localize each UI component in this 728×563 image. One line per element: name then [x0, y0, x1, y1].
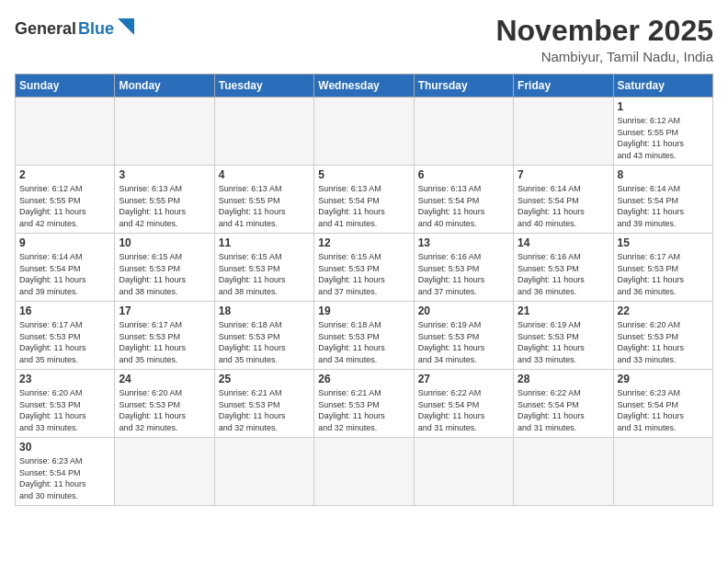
date-number: 26	[318, 373, 409, 385]
calendar-cell: 25Sunrise: 6:21 AM Sunset: 5:53 PM Dayli…	[214, 370, 313, 438]
calendar-cell	[115, 98, 214, 166]
date-number: 30	[19, 441, 110, 454]
cell-daylight-info: Sunrise: 6:23 AM Sunset: 5:54 PM Dayligh…	[19, 455, 110, 501]
logo-area: General Blue	[15, 15, 134, 39]
weekday-header-sunday: Sunday	[16, 75, 115, 98]
calendar-cell: 11Sunrise: 6:15 AM Sunset: 5:53 PM Dayli…	[214, 234, 313, 302]
cell-daylight-info: Sunrise: 6:19 AM Sunset: 5:53 PM Dayligh…	[518, 319, 609, 365]
calendar-cell	[613, 438, 712, 506]
calendar-cell	[16, 98, 115, 166]
week-row-5: 23Sunrise: 6:20 AM Sunset: 5:53 PM Dayli…	[16, 370, 713, 438]
weekday-header-monday: Monday	[115, 75, 214, 98]
date-number: 13	[418, 236, 509, 249]
cell-daylight-info: Sunrise: 6:21 AM Sunset: 5:53 PM Dayligh…	[219, 387, 310, 433]
cell-daylight-info: Sunrise: 6:22 AM Sunset: 5:54 PM Dayligh…	[518, 387, 609, 433]
date-number: 8	[618, 168, 709, 181]
calendar-cell: 24Sunrise: 6:20 AM Sunset: 5:53 PM Dayli…	[115, 370, 214, 438]
header-area: General Blue November 2025 Nambiyur, Tam…	[15, 15, 713, 64]
date-number: 27	[418, 373, 509, 385]
calendar-cell	[314, 98, 414, 166]
date-number: 29	[618, 373, 709, 385]
month-title: November 2025	[495, 15, 713, 47]
calendar-cell	[214, 438, 313, 506]
weekday-header-tuesday: Tuesday	[214, 75, 313, 98]
calendar-cell: 22Sunrise: 6:20 AM Sunset: 5:53 PM Dayli…	[613, 302, 712, 370]
cell-daylight-info: Sunrise: 6:20 AM Sunset: 5:53 PM Dayligh…	[19, 387, 110, 433]
calendar-cell: 30Sunrise: 6:23 AM Sunset: 5:54 PM Dayli…	[16, 438, 115, 506]
cell-daylight-info: Sunrise: 6:13 AM Sunset: 5:55 PM Dayligh…	[119, 183, 210, 229]
date-number: 12	[318, 236, 409, 249]
cell-daylight-info: Sunrise: 6:12 AM Sunset: 5:55 PM Dayligh…	[618, 115, 709, 161]
calendar-cell: 28Sunrise: 6:22 AM Sunset: 5:54 PM Dayli…	[514, 370, 613, 438]
date-number: 22	[618, 304, 709, 317]
date-number: 20	[418, 304, 509, 317]
date-number: 2	[19, 168, 110, 181]
date-number: 16	[19, 304, 110, 317]
date-number: 6	[418, 168, 509, 181]
date-number: 7	[518, 168, 609, 181]
cell-daylight-info: Sunrise: 6:17 AM Sunset: 5:53 PM Dayligh…	[618, 251, 709, 297]
date-number: 4	[219, 168, 310, 181]
cell-daylight-info: Sunrise: 6:14 AM Sunset: 5:54 PM Dayligh…	[19, 251, 110, 297]
date-number: 21	[518, 304, 609, 317]
calendar-cell: 17Sunrise: 6:17 AM Sunset: 5:53 PM Dayli…	[115, 302, 214, 370]
calendar-cell: 8Sunrise: 6:14 AM Sunset: 5:54 PM Daylig…	[613, 166, 712, 234]
date-number: 11	[219, 236, 310, 249]
calendar-cell: 21Sunrise: 6:19 AM Sunset: 5:53 PM Dayli…	[514, 302, 613, 370]
calendar-page: General Blue November 2025 Nambiyur, Tam…	[0, 0, 728, 515]
cell-daylight-info: Sunrise: 6:15 AM Sunset: 5:53 PM Dayligh…	[219, 251, 310, 297]
cell-daylight-info: Sunrise: 6:18 AM Sunset: 5:53 PM Dayligh…	[318, 319, 409, 365]
calendar-cell: 3Sunrise: 6:13 AM Sunset: 5:55 PM Daylig…	[115, 166, 214, 234]
cell-daylight-info: Sunrise: 6:20 AM Sunset: 5:53 PM Dayligh…	[119, 387, 210, 433]
week-row-2: 2Sunrise: 6:12 AM Sunset: 5:55 PM Daylig…	[16, 166, 713, 234]
location-title: Nambiyur, Tamil Nadu, India	[495, 49, 713, 64]
calendar-cell: 16Sunrise: 6:17 AM Sunset: 5:53 PM Dayli…	[16, 302, 115, 370]
date-number: 3	[119, 168, 210, 181]
calendar-cell: 9Sunrise: 6:14 AM Sunset: 5:54 PM Daylig…	[16, 234, 115, 302]
calendar-cell: 19Sunrise: 6:18 AM Sunset: 5:53 PM Dayli…	[314, 302, 414, 370]
weekday-header-wednesday: Wednesday	[314, 75, 414, 98]
week-row-4: 16Sunrise: 6:17 AM Sunset: 5:53 PM Dayli…	[16, 302, 713, 370]
date-number: 10	[119, 236, 210, 249]
cell-daylight-info: Sunrise: 6:14 AM Sunset: 5:54 PM Dayligh…	[618, 183, 709, 229]
cell-daylight-info: Sunrise: 6:14 AM Sunset: 5:54 PM Dayligh…	[518, 183, 609, 229]
calendar-cell: 5Sunrise: 6:13 AM Sunset: 5:54 PM Daylig…	[314, 166, 414, 234]
date-number: 19	[318, 304, 409, 317]
week-row-6: 30Sunrise: 6:23 AM Sunset: 5:54 PM Dayli…	[16, 438, 713, 506]
calendar-table: SundayMondayTuesdayWednesdayThursdayFrid…	[15, 74, 713, 506]
cell-daylight-info: Sunrise: 6:12 AM Sunset: 5:55 PM Dayligh…	[19, 183, 110, 229]
calendar-cell: 6Sunrise: 6:13 AM Sunset: 5:54 PM Daylig…	[414, 166, 513, 234]
calendar-cell: 23Sunrise: 6:20 AM Sunset: 5:53 PM Dayli…	[16, 370, 115, 438]
cell-daylight-info: Sunrise: 6:13 AM Sunset: 5:54 PM Dayligh…	[318, 183, 409, 229]
date-number: 28	[518, 373, 609, 385]
calendar-cell	[115, 438, 214, 506]
date-number: 9	[19, 236, 110, 249]
logo-triangle-icon	[118, 18, 134, 35]
calendar-cell: 15Sunrise: 6:17 AM Sunset: 5:53 PM Dayli…	[613, 234, 712, 302]
calendar-cell: 10Sunrise: 6:15 AM Sunset: 5:53 PM Dayli…	[115, 234, 214, 302]
calendar-cell: 14Sunrise: 6:16 AM Sunset: 5:53 PM Dayli…	[514, 234, 613, 302]
date-number: 1	[618, 100, 709, 113]
weekday-header-friday: Friday	[514, 75, 613, 98]
cell-daylight-info: Sunrise: 6:13 AM Sunset: 5:55 PM Dayligh…	[219, 183, 310, 229]
logo-blue-text: Blue	[78, 19, 114, 39]
date-number: 18	[219, 304, 310, 317]
calendar-cell: 12Sunrise: 6:15 AM Sunset: 5:53 PM Dayli…	[314, 234, 414, 302]
cell-daylight-info: Sunrise: 6:15 AM Sunset: 5:53 PM Dayligh…	[318, 251, 409, 297]
cell-daylight-info: Sunrise: 6:18 AM Sunset: 5:53 PM Dayligh…	[219, 319, 310, 365]
calendar-cell: 2Sunrise: 6:12 AM Sunset: 5:55 PM Daylig…	[16, 166, 115, 234]
cell-daylight-info: Sunrise: 6:17 AM Sunset: 5:53 PM Dayligh…	[19, 319, 110, 365]
calendar-cell: 27Sunrise: 6:22 AM Sunset: 5:54 PM Dayli…	[414, 370, 513, 438]
calendar-cell: 18Sunrise: 6:18 AM Sunset: 5:53 PM Dayli…	[214, 302, 313, 370]
cell-daylight-info: Sunrise: 6:20 AM Sunset: 5:53 PM Dayligh…	[618, 319, 709, 365]
date-number: 5	[318, 168, 409, 181]
cell-daylight-info: Sunrise: 6:21 AM Sunset: 5:53 PM Dayligh…	[318, 387, 409, 433]
calendar-cell: 26Sunrise: 6:21 AM Sunset: 5:53 PM Dayli…	[314, 370, 414, 438]
cell-daylight-info: Sunrise: 6:13 AM Sunset: 5:54 PM Dayligh…	[418, 183, 509, 229]
calendar-cell: 1Sunrise: 6:12 AM Sunset: 5:55 PM Daylig…	[613, 98, 712, 166]
logo-general-text: General	[15, 19, 76, 39]
date-number: 25	[219, 373, 310, 385]
calendar-cell: 7Sunrise: 6:14 AM Sunset: 5:54 PM Daylig…	[514, 166, 613, 234]
calendar-cell	[414, 438, 513, 506]
calendar-cell	[414, 98, 513, 166]
